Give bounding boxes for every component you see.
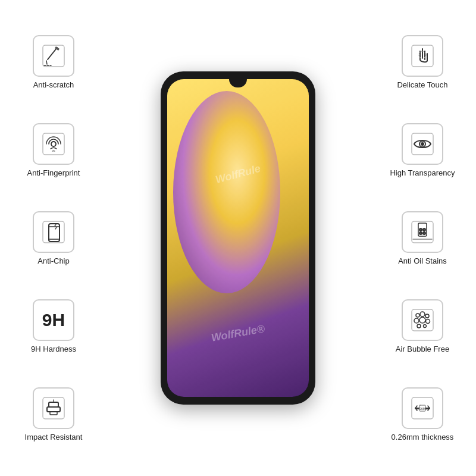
9h-hardness-label: 9H Hardness <box>31 345 76 353</box>
bubble-icon <box>408 306 437 334</box>
feature-anti-oil: Anti Oil Stains <box>375 211 470 265</box>
svg-point-29 <box>416 314 419 317</box>
svg-point-32 <box>414 318 419 323</box>
chip-icon <box>39 218 68 246</box>
air-bubble-free-label: Air Bubble Free <box>396 345 449 353</box>
svg-rect-12 <box>47 407 60 412</box>
svg-point-26 <box>423 232 425 234</box>
svg-rect-14 <box>49 402 58 407</box>
fingerprint-icon <box>39 130 68 158</box>
touch-icon <box>408 42 437 70</box>
feature-high-transparency: High Transparency <box>375 123 470 177</box>
oil-icon <box>408 218 437 246</box>
delicate-touch-label: Delicate Touch <box>397 80 447 89</box>
air-bubble-icon-box <box>402 299 443 341</box>
thickness-icon: 0.26MM <box>408 394 437 422</box>
impact-resistant-icon-box <box>33 387 74 429</box>
svg-point-30 <box>420 312 425 317</box>
feature-thickness: 0.26MM 0.26mm thickness <box>375 387 470 441</box>
feature-anti-fingerprint: Anti-Fingerprint <box>6 123 101 177</box>
anti-fingerprint-label: Anti-Fingerprint <box>27 168 80 177</box>
svg-point-34 <box>426 319 430 323</box>
feature-delicate-touch: Delicate Touch <box>375 35 470 89</box>
transparency-icon <box>408 130 437 158</box>
svg-point-31 <box>425 314 429 318</box>
high-transparency-icon-box <box>402 123 443 165</box>
svg-point-35 <box>417 324 421 328</box>
main-container: Anti-scratch Anti-Fingerprint <box>0 0 476 476</box>
feature-air-bubble-free: Air Bubble Free <box>375 299 470 353</box>
svg-point-20 <box>421 143 424 145</box>
thickness-label: 0.26mm thickness <box>392 433 454 441</box>
features-right-panel: Delicate Touch High Transparency <box>375 0 470 476</box>
scratch-icon <box>39 42 68 70</box>
impact-icon <box>39 394 68 422</box>
delicate-touch-icon-box <box>402 35 443 77</box>
anti-oil-icon-box <box>402 211 443 253</box>
svg-line-3 <box>46 61 47 64</box>
anti-scratch-icon-box <box>33 35 74 77</box>
phone-outer-frame: WolfRule WolfRule® <box>161 71 315 405</box>
protector-overlay <box>167 79 309 397</box>
feature-9h-hardness: 9H 9H Hardness <box>6 299 101 353</box>
anti-scratch-label: Anti-scratch <box>33 80 74 89</box>
feature-anti-chip: Anti-Chip <box>6 211 101 265</box>
svg-text:0.26MM: 0.26MM <box>417 407 428 411</box>
9h-hardness-icon-box: 9H <box>33 299 74 341</box>
impact-resistant-label: Impact Resistant <box>25 433 83 441</box>
svg-line-1 <box>48 48 57 60</box>
features-left-panel: Anti-scratch Anti-Fingerprint <box>6 0 101 476</box>
svg-point-24 <box>423 228 425 231</box>
svg-point-33 <box>419 317 425 323</box>
svg-rect-0 <box>43 45 64 67</box>
svg-point-25 <box>419 232 422 234</box>
9h-text: 9H <box>42 310 65 330</box>
high-transparency-label: High Transparency <box>390 168 455 177</box>
svg-point-6 <box>51 142 56 146</box>
svg-rect-13 <box>50 412 57 415</box>
anti-chip-label: Anti-Chip <box>37 256 69 265</box>
phone-screen: WolfRule WolfRule® <box>167 79 309 397</box>
anti-oil-label: Anti Oil Stains <box>398 256 447 265</box>
anti-fingerprint-icon-box <box>33 123 74 165</box>
anti-chip-icon-box <box>33 211 74 253</box>
phone-display: WolfRule WolfRule® <box>161 71 315 405</box>
feature-anti-scratch: Anti-scratch <box>6 35 101 89</box>
feature-impact-resistant: Impact Resistant <box>6 387 101 441</box>
svg-point-36 <box>424 324 427 327</box>
svg-point-23 <box>419 228 422 231</box>
thickness-icon-box: 0.26MM <box>402 387 443 429</box>
